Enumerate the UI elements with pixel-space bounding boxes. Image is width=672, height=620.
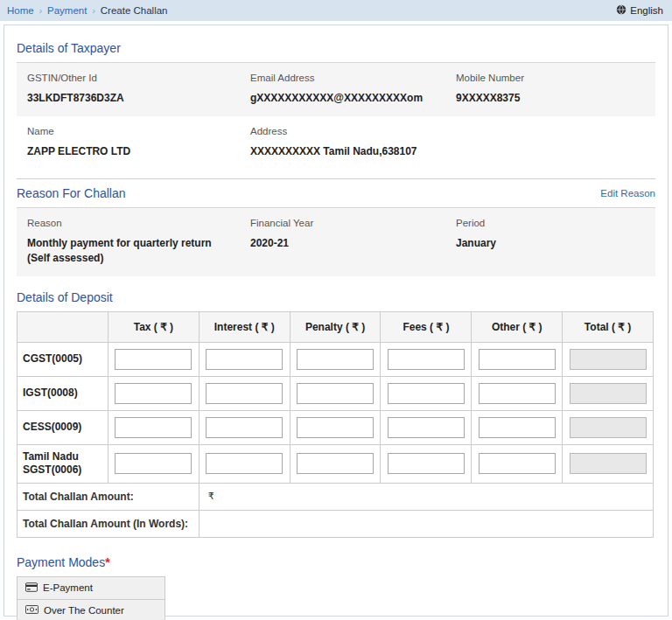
breadcrumb-separator-icon: › <box>39 6 42 16</box>
total-words-value <box>199 510 653 537</box>
total-column-header: Total ( ₹ ) <box>563 311 654 342</box>
taxpayer-section-title: Details of Taxpayer <box>17 41 655 55</box>
breadcrumb-bar: Home › Payment › Create Challan English <box>0 0 672 21</box>
period-value: January <box>456 236 645 250</box>
cash-icon <box>25 605 38 616</box>
breadcrumb-separator-icon: › <box>92 6 94 16</box>
reason-section-title: Reason For Challan <box>17 186 126 200</box>
name-label: Name <box>27 126 250 136</box>
cgst-tax-input[interactable] <box>115 349 192 370</box>
name-value: ZAPP ELECTRO LTD <box>27 144 250 158</box>
language-selector[interactable]: English <box>616 4 663 17</box>
igst-interest-input[interactable] <box>206 383 283 404</box>
address-field: Address XXXXXXXXXX Tamil Nadu,638107 <box>250 126 456 158</box>
gstin-field: GSTIN/Other Id 33LKDFT8736D3ZA <box>27 73 250 105</box>
cess-row-label: CESS(0009) <box>18 410 108 444</box>
reason-label: Reason <box>27 218 250 228</box>
sgst-tax-input[interactable] <box>115 453 192 474</box>
igst-other-input[interactable] <box>479 383 556 404</box>
mobile-value: 9XXXXX8375 <box>456 91 645 105</box>
create-challan-card: Details of Taxpayer GSTIN/Other Id 33LKD… <box>4 24 668 617</box>
payment-mode-epayment[interactable]: E-Payment <box>18 577 164 600</box>
payment-mode-label: E-Payment <box>43 582 93 593</box>
financial-year-value: 2020-21 <box>250 236 456 250</box>
payment-mode-over-the-counter[interactable]: Over The Counter <box>18 600 164 620</box>
reason-panel: Reason Monthly payment for quarterly ret… <box>17 207 655 275</box>
cgst-other-input[interactable] <box>479 349 556 370</box>
taxpayer-panel-row2: Name ZAPP ELECTRO LTD Address XXXXXXXXXX… <box>17 116 655 170</box>
sgst-other-input[interactable] <box>479 453 556 474</box>
globe-icon <box>616 4 626 17</box>
reason-value: Monthly payment for quarterly return (Se… <box>27 236 233 264</box>
edit-reason-link[interactable]: Edit Reason <box>600 188 655 199</box>
breadcrumb: Home › Payment › Create Challan <box>7 5 167 16</box>
cess-interest-input[interactable] <box>206 417 283 438</box>
cess-penalty-input[interactable] <box>297 417 374 438</box>
sgst-total-input <box>570 453 647 474</box>
breadcrumb-current-page: Create Challan <box>101 5 168 16</box>
sgst-row: Tamil Nadu SGST(0006) <box>18 444 654 483</box>
cgst-penalty-input[interactable] <box>297 349 374 370</box>
sgst-row-label: Tamil Nadu SGST(0006) <box>18 444 108 483</box>
name-field: Name ZAPP ELECTRO LTD <box>27 126 250 158</box>
deposit-table: Tax ( ₹ ) Interest ( ₹ ) Penalty ( ₹ ) F… <box>17 311 654 538</box>
igst-penalty-input[interactable] <box>297 383 374 404</box>
financial-year-label: Financial Year <box>250 218 456 228</box>
total-amount-row: Total Challan Amount: ₹ <box>18 483 654 510</box>
taxpayer-panel: GSTIN/Other Id 33LKDFT8736D3ZA Email Add… <box>17 62 655 116</box>
credit-card-icon <box>25 582 38 594</box>
empty-header-cell <box>18 311 108 342</box>
sgst-fees-input[interactable] <box>388 453 465 474</box>
period-field: Period January <box>456 218 645 264</box>
cess-tax-input[interactable] <box>115 417 192 438</box>
payment-modes-list: E-Payment Over The Counter NEFT/RTGS <box>17 576 165 620</box>
period-label: Period <box>456 218 645 228</box>
cess-fees-input[interactable] <box>388 417 465 438</box>
email-label: Email Address <box>250 73 456 83</box>
sgst-interest-input[interactable] <box>206 453 283 474</box>
total-amount-label: Total Challan Amount: <box>18 483 200 510</box>
cess-row: CESS(0009) <box>18 410 654 444</box>
mobile-field: Mobile Number 9XXXXX8375 <box>456 73 645 105</box>
address-label: Address <box>250 126 456 136</box>
reason-section-header: Reason For Challan Edit Reason <box>17 178 655 200</box>
penalty-column-header: Penalty ( ₹ ) <box>290 311 381 342</box>
gstin-label: GSTIN/Other Id <box>27 73 250 83</box>
other-column-header: Other ( ₹ ) <box>472 311 563 342</box>
deposit-section-title: Details of Deposit <box>17 290 655 304</box>
deposit-header-row: Tax ( ₹ ) Interest ( ₹ ) Penalty ( ₹ ) F… <box>18 311 654 342</box>
igst-total-input <box>570 383 647 404</box>
igst-fees-input[interactable] <box>388 383 465 404</box>
breadcrumb-home-link[interactable]: Home <box>7 5 34 16</box>
payment-modes-title: Payment Modes* <box>17 555 655 569</box>
cess-total-input <box>570 417 647 438</box>
cess-other-input[interactable] <box>479 417 556 438</box>
payment-mode-label: Over The Counter <box>44 605 124 616</box>
email-value: gXXXXXXXXXXX@XXXXXXXXXom <box>250 91 456 105</box>
address-value: XXXXXXXXXX Tamil Nadu,638107 <box>250 144 456 158</box>
total-words-label: Total Challan Amount (In Words): <box>18 510 200 537</box>
cgst-total-input <box>570 349 647 370</box>
fees-column-header: Fees ( ₹ ) <box>381 311 472 342</box>
reason-field: Reason Monthly payment for quarterly ret… <box>27 218 250 264</box>
sgst-penalty-input[interactable] <box>297 453 374 474</box>
total-words-row: Total Challan Amount (In Words): <box>18 510 654 537</box>
breadcrumb-payment-link[interactable]: Payment <box>47 5 87 16</box>
mobile-label: Mobile Number <box>456 73 645 83</box>
tax-column-header: Tax ( ₹ ) <box>108 311 200 342</box>
required-asterisk: * <box>105 555 109 569</box>
cgst-interest-input[interactable] <box>206 349 283 370</box>
language-label: English <box>630 5 663 16</box>
igst-row: IGST(0008) <box>18 376 654 410</box>
cgst-fees-input[interactable] <box>388 349 465 370</box>
interest-column-header: Interest ( ₹ ) <box>199 311 290 342</box>
igst-tax-input[interactable] <box>115 383 192 404</box>
gstin-value: 33LKDFT8736D3ZA <box>27 91 250 105</box>
email-field: Email Address gXXXXXXXXXXX@XXXXXXXXXom <box>250 73 456 105</box>
igst-row-label: IGST(0008) <box>18 376 108 410</box>
total-amount-value: ₹ <box>199 483 653 510</box>
cgst-row-label: CGST(0005) <box>18 342 108 376</box>
financial-year-field: Financial Year 2020-21 <box>250 218 456 264</box>
cgst-row: CGST(0005) <box>18 342 654 376</box>
